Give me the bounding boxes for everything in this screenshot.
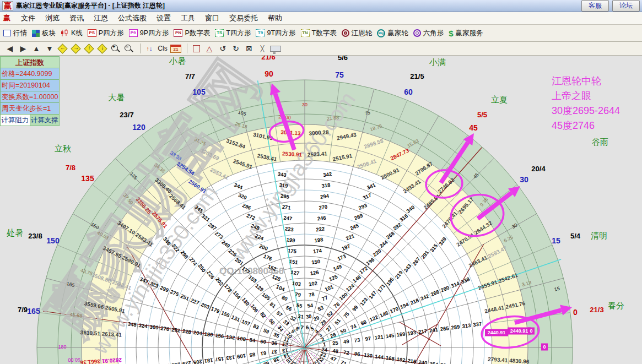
chart-area: 赢家财富网www.yingjia360.comwww.yingjia360.co…	[0, 56, 642, 364]
menu-trade[interactable]: 交易委托	[224, 12, 263, 24]
ts-box-icon: TS	[215, 29, 224, 37]
pan-up-button[interactable]	[84, 44, 95, 53]
main-toolbar: 行情 板块 K线 PS P四方形 P9 9P四方形 PN P数字表 TS T四方…	[0, 25, 642, 42]
sectors-blocks-icon	[32, 30, 40, 37]
instrument-name: 上证指数	[1, 57, 59, 68]
svg-text:109: 109	[237, 353, 246, 360]
menu-file[interactable]: 文件	[16, 12, 40, 24]
svg-text:246: 246	[317, 215, 326, 222]
svg-text:222: 222	[315, 225, 325, 232]
svg-text:60: 60	[260, 338, 267, 345]
rotate-ccw-button[interactable]	[217, 43, 228, 54]
winner-wheel-icon: Big	[377, 29, 385, 37]
zoom-in-button[interactable]	[110, 44, 121, 53]
svg-text:294: 294	[320, 193, 330, 200]
svg-text:85: 85	[249, 351, 256, 358]
zoom-out-button[interactable]	[123, 44, 134, 53]
draw-triangle-button[interactable]	[204, 43, 215, 54]
svg-text:102: 102	[308, 280, 317, 287]
svg-text:324: 324	[138, 322, 148, 329]
app-logo-icon: 赢	[2, 1, 13, 10]
toolbar-quotes[interactable]: 行情	[3, 29, 27, 38]
cls-button[interactable]: Cls	[157, 43, 168, 54]
time-value: 时间=20190104	[1, 80, 59, 91]
svg-text:289: 289	[451, 324, 460, 331]
window-title: 赢家江恩专业版[赢家服务平台] - [上证指数 江恩轮]	[16, 1, 578, 10]
menu-formula-stock-pick[interactable]: 公式选股	[113, 12, 152, 24]
gann-wheel[interactable]: 赢家财富网www.yingjia360.comwww.yingjia360.co…	[0, 56, 642, 364]
quotes-grid-icon	[3, 30, 11, 36]
nav-left-button[interactable]	[4, 43, 15, 54]
customer-service-button[interactable]: 客服	[581, 0, 609, 12]
svg-text:319: 319	[279, 182, 288, 189]
cycle-step: 周天变化步长=1	[1, 103, 59, 115]
calendar-icon[interactable]: 21	[170, 45, 181, 53]
svg-text:145: 145	[385, 332, 395, 339]
nav-right-button[interactable]	[18, 43, 29, 54]
annotation-line: 上帝之眼	[552, 89, 620, 104]
nav-up-button[interactable]	[31, 43, 42, 54]
svg-text:12: 12	[282, 341, 288, 347]
menu-gann[interactable]: 江恩	[89, 12, 113, 24]
calc-support-button[interactable]: 计算支撑	[30, 115, 60, 126]
toolbar-t-square[interactable]: TS T四方形	[215, 29, 251, 38]
svg-text:132: 132	[226, 334, 235, 341]
collapse-button[interactable]	[257, 43, 268, 54]
menu-window[interactable]: 窗口	[200, 12, 224, 24]
toolbar-p-number-table[interactable]: PN P数字表	[174, 29, 210, 38]
svg-text:300: 300	[149, 324, 159, 331]
svg-text:295: 295	[280, 193, 290, 200]
svg-text:216: 216	[407, 357, 417, 364]
svg-text:2440.91: 2440.91	[510, 328, 528, 334]
svg-text:337: 337	[473, 320, 482, 328]
svg-text:30: 30	[305, 313, 312, 319]
toolbar-winner-wheel[interactable]: Big 赢家轮	[377, 29, 408, 38]
menu-news[interactable]: 资讯	[64, 12, 89, 24]
svg-text:48: 48	[332, 347, 339, 354]
screen-icon[interactable]	[270, 46, 281, 52]
svg-text:37: 37	[271, 349, 278, 355]
svg-text:240: 240	[418, 359, 428, 364]
svg-text:79: 79	[295, 291, 301, 298]
menu-browse[interactable]: 浏览	[40, 12, 64, 24]
svg-text:228: 228	[182, 328, 191, 335]
pan-left-button[interactable]	[57, 44, 68, 53]
svg-text:174: 174	[312, 247, 322, 254]
menu-help[interactable]: 帮助	[263, 12, 287, 24]
toolbar-9t-square[interactable]: T9 9T四方形	[256, 29, 295, 38]
svg-text:265: 265	[440, 325, 450, 332]
svg-text:318: 318	[321, 182, 331, 189]
menu-settings[interactable]: 设置	[152, 12, 176, 24]
toolbar-winner-service[interactable]: $ 赢家服务	[449, 29, 483, 38]
svg-text:126: 126	[310, 269, 319, 276]
svg-text:30: 30	[302, 102, 307, 107]
toolbar-hexagon[interactable]: 六角形	[413, 29, 444, 38]
pan-right-button[interactable]	[71, 44, 82, 53]
pan-down-button[interactable]	[97, 44, 108, 53]
svg-text:121: 121	[374, 334, 384, 341]
forum-button[interactable]: 论坛	[612, 0, 640, 12]
toolbar-p-square[interactable]: PS P四方形	[88, 29, 124, 38]
annotation-line: 45度2746	[552, 118, 620, 133]
toolbar-9p-square[interactable]: P9 9P四方形	[129, 29, 169, 38]
svg-text:348: 348	[127, 320, 137, 328]
calc-resistance-button[interactable]: 计算阻力	[1, 115, 30, 126]
hexagon-icon	[413, 29, 421, 37]
svg-text:199: 199	[286, 236, 295, 243]
svg-text:73: 73	[354, 336, 360, 343]
svg-text:103: 103	[292, 280, 301, 287]
toolbar-gann-wheel[interactable]: 江恩轮	[342, 29, 373, 38]
boxed-x-button[interactable]	[244, 43, 255, 54]
toolbar-kline[interactable]: K线	[61, 29, 83, 38]
svg-text:49: 49	[343, 338, 349, 345]
nav-down-button[interactable]	[44, 43, 55, 54]
draw-square-button[interactable]	[191, 43, 202, 54]
toolbar-sectors[interactable]: 板块	[32, 29, 56, 38]
rotate-cw-button[interactable]	[230, 43, 241, 54]
menu-tools[interactable]: 工具	[176, 12, 200, 24]
updown-arrows-button[interactable]: ↑↓	[144, 43, 155, 54]
svg-text:50.00: 50.00	[68, 357, 80, 363]
svg-text:54: 54	[307, 302, 314, 308]
toolbar-t-number-table[interactable]: TN T数字表	[301, 29, 337, 38]
gann-wheel-icon	[342, 29, 349, 37]
